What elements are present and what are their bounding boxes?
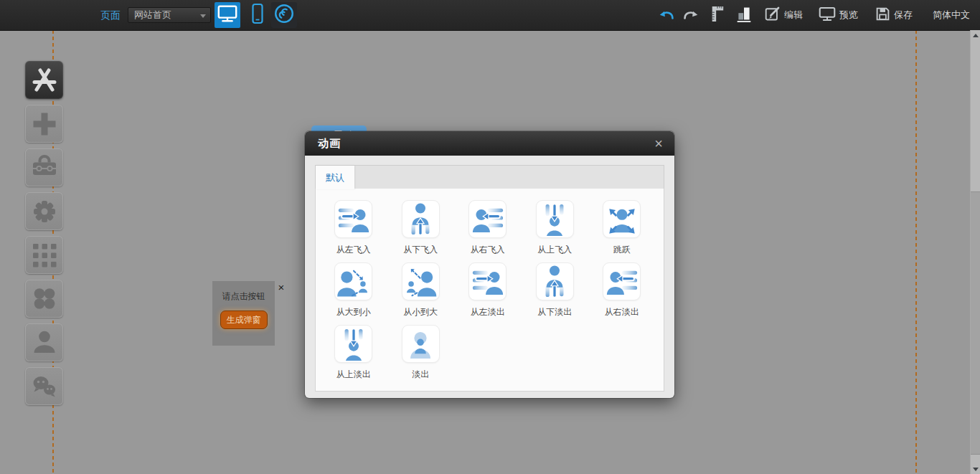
animation-option-small-to-big[interactable]: 从小到大 [387, 262, 455, 325]
animation-label: 从小到大 [403, 306, 438, 318]
animation-option-fade-top[interactable]: 从上淡出 [320, 325, 387, 387]
animation-label: 跳跃 [613, 244, 631, 256]
fly-right-icon [468, 200, 507, 238]
guide-line-right [915, 30, 917, 474]
page-label: 页面 [100, 0, 121, 30]
fade-bottom-icon [536, 262, 574, 300]
redo-icon [683, 8, 699, 23]
animation-dialog: 动画 × 默认 从左飞入从下飞入从右飞入从上飞入跳跃从大到小从小到大从左淡出从下… [305, 131, 674, 398]
animation-label: 从右飞入 [471, 244, 505, 256]
toolbar-right-group: 编辑 预览 保存 简体中文 [659, 0, 980, 30]
sidebar-item-member[interactable] [25, 323, 63, 361]
animation-label: 淡出 [412, 369, 429, 381]
plus-icon [27, 107, 62, 141]
top-toolbar: 页面 网站首页 编辑 预览 保存 简体中文 [0, 0, 980, 31]
fly-top-icon [536, 200, 574, 238]
scroll-up-icon[interactable] [973, 34, 979, 37]
animation-option-fade-right[interactable]: 从右淡出 [588, 262, 656, 325]
fly-bottom-icon [402, 200, 440, 238]
tab-默认[interactable]: 默认 [316, 166, 354, 189]
fade-icon [402, 325, 440, 363]
animation-option-fade-bottom[interactable]: 从下淡出 [522, 262, 589, 325]
vertical-scrollbar[interactable] [970, 30, 980, 474]
animation-label: 从下淡出 [537, 306, 572, 318]
jump-icon [603, 200, 641, 238]
dialog-title: 动画 [305, 137, 341, 151]
toolbox-icon [27, 151, 62, 185]
animation-option-fly-left[interactable]: 从左飞入 [320, 200, 387, 262]
monitor-icon [819, 6, 836, 24]
fly-left-icon [334, 200, 372, 238]
page-dropdown-value: 网站首页 [134, 9, 171, 20]
gear-icon [27, 194, 62, 229]
petals-icon [27, 282, 62, 316]
wechat-icon [27, 369, 62, 404]
animation-label: 从上淡出 [336, 369, 371, 381]
save-label: 保存 [894, 9, 913, 22]
popup-trigger-widget[interactable]: 请点击按钮 生成弹窗 [212, 281, 275, 346]
dialog-close-icon[interactable]: × [654, 136, 674, 151]
animation-label: 从左飞入 [336, 244, 371, 256]
sidebar-item-module-grid[interactable] [25, 236, 63, 274]
fade-left-icon [468, 262, 507, 300]
undo-icon [659, 8, 674, 23]
ruler-icon [710, 5, 725, 25]
animation-grid: 从左飞入从下飞入从右飞入从上飞入跳跃从大到小从小到大从左淡出从下淡出从右淡出从上… [315, 189, 664, 392]
chart-icon [736, 5, 752, 25]
small-to-big-icon [402, 262, 440, 300]
desktop-view-button[interactable] [215, 2, 240, 28]
desktop-icon [217, 4, 238, 27]
animation-option-jump[interactable]: 跳跃 [588, 200, 656, 262]
generate-popup-button[interactable]: 生成弹窗 [220, 311, 268, 329]
animation-label: 从下飞入 [403, 244, 438, 256]
ruler-button[interactable] [710, 5, 725, 25]
sidebar-item-toolbox[interactable] [25, 148, 63, 186]
redo-button[interactable] [683, 8, 699, 23]
link-circle-icon [273, 2, 296, 28]
animation-option-fly-top[interactable]: 从上飞入 [522, 200, 589, 262]
left-sidebar [25, 61, 63, 411]
editor-canvas[interactable]: 请点击按钮 生成弹窗 × 动画 × 默认 从左飞入从下飞入从右飞入从上飞入跳跃从… [0, 30, 980, 474]
link-button[interactable] [271, 2, 297, 28]
animation-label: 从右淡出 [605, 306, 639, 318]
popup-hint-text: 请点击按钮 [212, 290, 275, 303]
animation-label: 从上飞入 [537, 244, 572, 256]
animation-option-fade[interactable]: 淡出 [387, 325, 455, 387]
chevron-down-icon [200, 14, 206, 18]
save-icon [875, 6, 890, 24]
page-dropdown[interactable]: 网站首页 [128, 7, 211, 23]
animation-label: 从大到小 [336, 306, 371, 318]
sidebar-item-settings[interactable] [25, 192, 63, 230]
sidebar-item-components[interactable] [25, 280, 63, 318]
fade-right-icon [603, 262, 641, 300]
big-to-small-icon [334, 262, 372, 300]
animation-option-fly-bottom[interactable]: 从下飞入 [387, 200, 455, 262]
animation-option-big-to-small[interactable]: 从大到小 [320, 262, 387, 325]
scroll-down-icon[interactable] [973, 468, 979, 471]
language-switch[interactable]: 简体中文 [933, 9, 970, 22]
design-tools-icon [27, 63, 62, 98]
dialog-header[interactable]: 动画 × [305, 131, 674, 156]
animation-option-fly-right[interactable]: 从右飞入 [454, 200, 522, 262]
edit-icon [765, 6, 781, 24]
widget-close-icon[interactable]: × [276, 283, 286, 293]
save-button[interactable]: 保存 [875, 6, 913, 24]
dialog-tabstrip: 默认 [315, 165, 664, 189]
edit-label: 编辑 [784, 9, 803, 22]
fade-top-icon [334, 325, 372, 363]
edit-button[interactable]: 编辑 [765, 6, 803, 24]
person-icon [27, 326, 62, 360]
sidebar-item-design-tools[interactable] [25, 61, 63, 99]
mobile-icon [251, 3, 264, 27]
undo-button[interactable] [659, 8, 674, 23]
animation-option-fade-left[interactable]: 从左淡出 [454, 262, 522, 325]
preview-button[interactable]: 预览 [819, 6, 858, 24]
scrollbar-thumb[interactable] [971, 191, 980, 455]
mobile-view-button[interactable] [245, 2, 270, 28]
sidebar-item-wechat[interactable] [25, 367, 63, 405]
grid-icon [27, 238, 62, 272]
animation-label: 从左淡出 [471, 306, 505, 318]
stats-button[interactable] [736, 5, 752, 25]
preview-label: 预览 [839, 9, 858, 22]
sidebar-item-add-module[interactable] [25, 105, 63, 143]
